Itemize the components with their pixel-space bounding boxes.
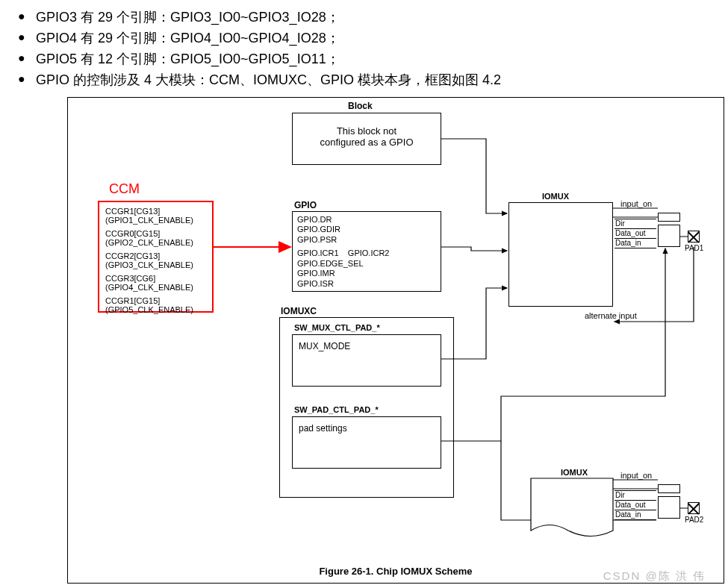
pad2-label: PAD2 [685, 516, 703, 524]
gpio-reg: GPIO.ISR [297, 279, 436, 290]
pad-ctl-box: pad settings [292, 416, 441, 469]
gpio-reg: GPIO.PSR [297, 235, 436, 245]
ccm-title: CCM [109, 181, 140, 197]
gpio-title: GPIO [294, 200, 317, 210]
iomuxc-title: IOMUXC [281, 306, 317, 316]
pad-ctl-title: SW_PAD_CTL_PAD_* [294, 405, 379, 414]
mux-ctl-title: SW_MUX_CTL_PAD_* [294, 323, 380, 332]
pad-driver-shape [658, 484, 680, 493]
gpio-box: GPIO.DR GPIO.GDIR GPIO.PSR GPIO.ICR1 GPI… [292, 211, 441, 292]
pad-settings-label: pad settings [299, 423, 347, 434]
mux-mode-label: MUX_MODE [299, 341, 350, 351]
pad-symbol-1 [688, 231, 700, 243]
block-text2: configured as a GPIO [293, 137, 441, 148]
pad-driver-shape [658, 225, 680, 247]
pad-driver-shape [658, 213, 680, 222]
ccm-reg: CCGR2[CG13] [105, 251, 160, 260]
iomux-box-1 [508, 202, 613, 307]
gpio-reg: GPIO.GDIR [297, 225, 436, 235]
ccm-reg-sub: (GPIO3_CLK_ENABLE) [105, 260, 193, 269]
data-in-label: Data_in [615, 510, 656, 520]
data-in-label: Data_in [615, 239, 656, 248]
gpio-reg: GPIO.ICR2 [348, 248, 390, 257]
block-box: This block not configured as a GPIO [292, 113, 441, 165]
pad-symbol-2 [688, 502, 700, 514]
ccm-reg: CCGR0[CG15] [105, 229, 160, 238]
ccm-reg-sub: (GPIO1_CLK_ENABLE) [105, 216, 193, 225]
bullet-item: GPIO 的控制涉及 4 大模块：CCM、IOMUXC、GPIO 模块本身，框图… [15, 70, 713, 91]
pad1-label: PAD1 [685, 244, 703, 252]
ccm-reg-sub: (GPIO2_CLK_ENABLE) [105, 238, 193, 247]
mux-ctl-box: MUX_MODE [292, 334, 441, 387]
gpio-reg: GPIO.EDGE_SEL [297, 259, 436, 269]
input-on-label-1: input_on [620, 199, 652, 208]
iomux-title-1: IOMUX [542, 192, 569, 201]
block-text1: This block not [293, 125, 441, 137]
iomux-title-2: IOMUX [561, 468, 588, 477]
ccm-box: CCGR1[CG13](GPIO1_CLK_ENABLE) CCGR0[CG15… [98, 201, 214, 313]
pad-driver-shape [658, 496, 680, 519]
ccm-reg: CCGR1[CG13] [105, 207, 160, 216]
bullet-item: GPIO4 有 29 个引脚：GPIO4_IO0~GPIO4_IO28； [15, 28, 713, 49]
data-out-label: Data_out [615, 501, 656, 510]
pad-lines-1: Dir Data_out Data_in [615, 219, 656, 248]
ccm-reg: CCGR3[CG6] [105, 274, 155, 283]
gpio-reg: GPIO.DR [297, 215, 436, 225]
block-title: Block [348, 101, 373, 111]
diagram-figure: Block This block not configured as a GPI… [67, 97, 724, 584]
gpio-reg: GPIO.IMR [297, 269, 436, 279]
dir-label: Dir [615, 490, 656, 501]
pad-lines-2: Dir Data_out Data_in [615, 490, 656, 520]
watermark-text: CSDN @陈 洪 伟 [603, 569, 706, 584]
bullet-list: GPIO3 有 29 个引脚：GPIO3_IO0~GPIO3_IO28； GPI… [15, 7, 713, 91]
alt-input-label: alternate input [585, 311, 637, 320]
input-on-label-2: input_on [620, 471, 652, 480]
ccm-reg-sub: (GPIO4_CLK_ENABLE) [105, 283, 193, 292]
data-out-label: Data_out [615, 229, 656, 239]
bullet-item: GPIO5 有 12 个引脚：GPIO5_IO0~GPIO5_IO11； [15, 49, 713, 70]
gpio-reg: GPIO.ICR1 [297, 248, 339, 257]
bullet-item: GPIO3 有 29 个引脚：GPIO3_IO0~GPIO3_IO28； [15, 7, 713, 28]
ccm-reg: CCGR1[CG15] [105, 296, 160, 305]
dir-label: Dir [615, 219, 656, 229]
ccm-reg-sub: (GPIO5_CLK_ENABLE) [105, 305, 193, 314]
